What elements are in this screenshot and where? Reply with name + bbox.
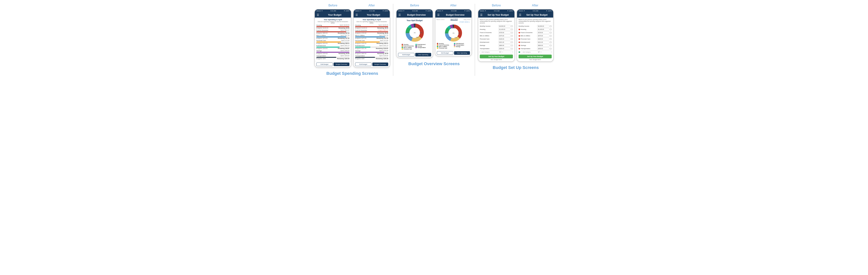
housing-info-after[interactable]: ? — [550, 29, 552, 30]
transport-info-after[interactable]: ? — [550, 48, 552, 50]
setup-before-body: Based on your previous spending history,… — [478, 18, 515, 61]
view-spending-btn-2[interactable]: View Spending — [454, 51, 470, 55]
edit-budget-btn-1[interactable]: Edit Budget — [316, 63, 333, 66]
ent-input-before[interactable] — [498, 41, 510, 43]
bills-info-icon[interactable]: ? — [511, 35, 513, 37]
income-input-after[interactable] — [537, 25, 549, 27]
cat-transport-before[interactable]: TransportationSpent: $149.64 Budgeted: $… — [316, 55, 349, 59]
april-2019[interactable]: April 2019 — [451, 18, 458, 21]
savings-info-after[interactable]: ? — [550, 44, 552, 46]
setup-after-body: Based on your previous spending history,… — [517, 18, 553, 61]
income-info-icon[interactable]: ? — [511, 25, 513, 27]
overview-before-phone: Sketch ✦ 9:41 AM ✦ 100% ☰ Budget Overvie… — [396, 9, 433, 58]
add-category-select-after[interactable]: Add Category — [521, 50, 540, 54]
add-category-amount-before[interactable] — [502, 51, 513, 53]
cat-housing-after[interactable]: HousingSpent: $1429.00 Budgeted: $1429.0… — [355, 24, 388, 29]
transport-input-before[interactable] — [498, 47, 510, 50]
cat-food-before[interactable]: Food & GroceriesSpent: $812.07 Budgeted:… — [316, 30, 349, 34]
overview-after-column: After Sketch ✦ 9:41 AM ✦ 100% ☰ Budget O… — [435, 4, 472, 58]
svg-text:36%: 36% — [458, 33, 461, 34]
ent-input-after[interactable] — [537, 41, 549, 43]
spending-section-footer: Budget Spending Screens — [327, 71, 378, 76]
status-bar-3: Sketch ✦ 9:41 AM ✦ 100% — [397, 9, 433, 12]
setup-after-phone: Sketch ✦ 9:41 AM ✦ 100% ☰ Set Up Your Bu… — [517, 9, 554, 62]
spending-subtitle-1: Your Spending in April — [316, 19, 349, 21]
food-input-after[interactable] — [537, 31, 549, 34]
menu-icon-3[interactable]: ☰ — [398, 13, 401, 16]
transport-info-icon[interactable]: ? — [511, 48, 513, 50]
ent-info-icon[interactable]: ? — [511, 41, 513, 43]
header-title-3: Budget Overview — [402, 13, 431, 16]
personal-input-after[interactable] — [537, 38, 549, 40]
march-2019[interactable]: March 2019 — [436, 19, 444, 21]
before-label-1: Before — [329, 4, 337, 7]
main-layout: Before Sketch ✦ 9:41 AM ✦ 100% ☰ Your Bu… — [4, 4, 864, 76]
before-label-2: Before — [410, 4, 419, 7]
edit-budget-btn-3[interactable]: Edit Budget — [398, 53, 414, 57]
income-info-icon-after[interactable]: ? — [550, 25, 552, 27]
cat-food-after[interactable]: Food & Groceries⊙ Spent: $812.07 Budgete… — [355, 30, 388, 34]
spending-note-2: Click on a spending category to view the… — [355, 21, 388, 24]
cat-savings-after[interactable]: SavingsSpent: $700.00 Budgeted: $800.00R… — [355, 50, 388, 54]
cat-personal-before[interactable]: Personal CareSpent: $73.89 Budgeted: $10… — [316, 40, 349, 44]
bills-input-before[interactable] — [498, 35, 510, 37]
savings-row-after: Savings ? — [519, 44, 552, 47]
housing-input-after[interactable] — [537, 28, 549, 31]
month-nav: March 2019 April 2019 May 2019 — [435, 18, 471, 21]
savings-row-before: Savings ? — [480, 44, 513, 47]
spending-note-1: Click on a spending category to view the… — [316, 21, 349, 24]
menu-icon-4[interactable]: ☰ — [437, 13, 440, 16]
header-1: ☰ Your Budget — [315, 12, 351, 18]
menu-icon-1[interactable]: ☰ — [317, 13, 319, 16]
menu-icon-5[interactable]: ☰ — [480, 13, 483, 16]
add-category-amount-after[interactable] — [541, 51, 552, 53]
bills-input-after[interactable] — [537, 35, 549, 37]
transport-row-before: Transportation ? — [480, 47, 513, 50]
savings-input-before[interactable] — [498, 44, 510, 47]
income-row-after: Monthly Income ? — [519, 25, 552, 27]
budget-overview-btn-1[interactable]: Budget Overview — [334, 63, 350, 66]
savings-info-icon[interactable]: ? — [511, 44, 513, 46]
food-info-icon[interactable]: ? — [511, 32, 513, 34]
cat-entertainment-before[interactable]: EntertainmentSpent: $102.13 Budgeted: $1… — [316, 45, 349, 49]
personal-input-before[interactable] — [498, 38, 510, 40]
transport-input-after[interactable] — [537, 47, 549, 50]
bills-info-after[interactable]: ? — [550, 35, 552, 37]
cat-bills-before[interactable]: Bills & UtilitiesSpent: $427.50 Budgeted… — [316, 35, 349, 39]
overview-before-footer: Edit Budget View Spending — [397, 51, 433, 58]
cat-entertainment-after[interactable]: EntertainmentSpent: $102.13 Budgeted: $2… — [355, 45, 388, 49]
cat-bills-after[interactable]: Bills & UtilitiesSpent: $427.50 Budgeted… — [355, 35, 388, 39]
menu-icon-6[interactable]: ☰ — [519, 13, 521, 16]
cat-personal-after[interactable]: Personal CareSpent: $73.89 Budgeted: $10… — [355, 40, 388, 44]
personal-info-after[interactable]: ? — [550, 38, 552, 40]
svg-text:3%: 3% — [452, 33, 454, 34]
cat-transport-after[interactable]: TransportationSpent: $149.64 Budgeted: $… — [355, 55, 388, 59]
edit-budget-btn-4[interactable]: Edit Budget — [437, 51, 453, 55]
svg-text:20%: 20% — [413, 27, 416, 28]
personal-info-icon[interactable]: ? — [511, 38, 513, 40]
setup-budget-btn-after[interactable]: Set Up Your Budget — [519, 55, 552, 58]
overview-section-footer: Budget Overview Screens — [408, 61, 460, 66]
cat-savings-before[interactable]: SavingsSpent: $700.00 Budgeted: $700.00R… — [316, 50, 349, 54]
svg-text:6%: 6% — [407, 32, 408, 33]
food-info-after[interactable]: ? — [550, 32, 552, 34]
housing-info-icon[interactable]: ? — [511, 29, 513, 30]
may-2019[interactable]: May 2019 — [464, 19, 470, 21]
housing-input-before[interactable] — [498, 28, 510, 31]
other-views[interactable]: OTHER VIEWS ∨ — [435, 21, 471, 23]
ent-info-after[interactable]: ? — [550, 41, 552, 43]
spending-before-body: Your Spending in April Click on a spendi… — [315, 18, 351, 61]
setup-budget-btn-before[interactable]: Set Up Your Budget — [480, 55, 513, 58]
view-spending-btn-1[interactable]: View Spending — [415, 53, 431, 57]
menu-icon-2[interactable]: ☰ — [355, 13, 358, 16]
add-category-row-after: Add Category — [519, 50, 552, 54]
savings-input-after[interactable] — [537, 44, 549, 47]
edit-budget-btn-2[interactable]: Edit Budget — [355, 63, 372, 66]
income-input[interactable] — [498, 25, 510, 27]
header-title-4: Budget Overview — [441, 13, 470, 16]
budget-overview-btn-2[interactable]: Budget Overview — [372, 63, 389, 66]
cat-housing-before[interactable]: HousingSpent: $1429.00 Budgeted: $1429.0… — [316, 24, 349, 29]
food-input-before[interactable] — [498, 31, 510, 34]
add-category-select-before[interactable]: Add Category — [480, 50, 502, 54]
setup-before-phone: Sketch ✦ 9:41 AM ✦ 100% ☰ Set Up Your Bu… — [478, 9, 515, 62]
